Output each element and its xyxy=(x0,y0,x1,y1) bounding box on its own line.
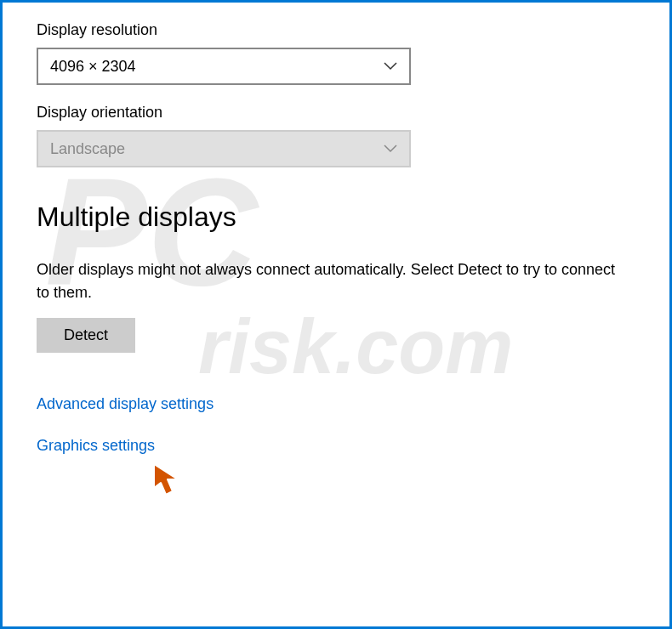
multiple-displays-heading: Multiple displays xyxy=(37,201,635,233)
resolution-value: 4096 × 2304 xyxy=(50,58,136,76)
resolution-dropdown[interactable]: 4096 × 2304 xyxy=(37,48,411,85)
multiple-displays-description: Older displays might not always connect … xyxy=(37,258,615,304)
settings-window: PC risk.com Display resolution 4096 × 23… xyxy=(0,0,672,629)
graphics-settings-link[interactable]: Graphics settings xyxy=(37,437,635,455)
pointer-cursor-icon xyxy=(149,462,185,507)
orientation-label: Display orientation xyxy=(37,104,635,122)
orientation-value: Landscape xyxy=(50,140,125,158)
chevron-down-icon xyxy=(384,142,397,156)
orientation-dropdown[interactable]: Landscape xyxy=(37,130,411,167)
content-area: Display resolution 4096 × 2304 Display o… xyxy=(37,21,635,455)
chevron-down-icon xyxy=(384,60,397,73)
detect-button[interactable]: Detect xyxy=(37,318,135,353)
resolution-label: Display resolution xyxy=(37,21,635,39)
advanced-display-settings-link[interactable]: Advanced display settings xyxy=(37,395,635,413)
